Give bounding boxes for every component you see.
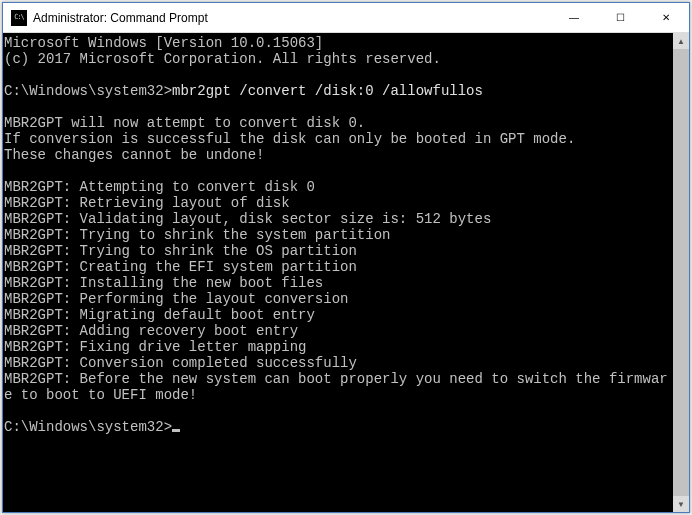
os-version-line: Microsoft Windows [Version 10.0.15063] (4, 35, 323, 51)
log-line: MBR2GPT: Migrating default boot entry (4, 307, 315, 323)
preamble-line: If conversion is successful the disk can… (4, 131, 575, 147)
prompt-1-path: C:\Windows\system32> (4, 83, 172, 99)
log-line: MBR2GPT: Validating layout, disk sector … (4, 211, 491, 227)
cursor (172, 429, 180, 432)
scroll-up-button[interactable]: ▲ (673, 33, 689, 49)
scrollbar-thumb[interactable] (673, 49, 689, 496)
log-line: MBR2GPT: Fixing drive letter mapping (4, 339, 306, 355)
maximize-button[interactable]: ☐ (597, 3, 643, 32)
cmd-icon-text: C:\ (14, 14, 24, 21)
preamble-line: These changes cannot be undone! (4, 147, 264, 163)
cmd-icon: C:\ (11, 10, 27, 26)
log-line: MBR2GPT: Performing the layout conversio… (4, 291, 348, 307)
log-line: MBR2GPT: Adding recovery boot entry (4, 323, 298, 339)
preamble-line: MBR2GPT will now attempt to convert disk… (4, 115, 365, 131)
command-prompt-window: C:\ Administrator: Command Prompt — ☐ ✕ … (2, 2, 690, 513)
log-line: MBR2GPT: Trying to shrink the system par… (4, 227, 390, 243)
log-line: MBR2GPT: Creating the EFI system partiti… (4, 259, 357, 275)
log-line: MBR2GPT: Trying to shrink the OS partiti… (4, 243, 357, 259)
close-button[interactable]: ✕ (643, 3, 689, 32)
vertical-scrollbar[interactable]: ▲ ▼ (673, 33, 689, 512)
log-line: MBR2GPT: Retrieving layout of disk (4, 195, 290, 211)
log-line: MBR2GPT: Conversion completed successful… (4, 355, 357, 371)
log-line: MBR2GPT: Attempting to convert disk 0 (4, 179, 315, 195)
copyright-line: (c) 2017 Microsoft Corporation. All righ… (4, 51, 441, 67)
prompt-2-path: C:\Windows\system32> (4, 419, 172, 435)
log-line: MBR2GPT: Installing the new boot files (4, 275, 323, 291)
prompt-1-command: mbr2gpt /convert /disk:0 /allowfullos (172, 83, 483, 99)
window-title: Administrator: Command Prompt (33, 11, 551, 25)
window-controls: — ☐ ✕ (551, 3, 689, 32)
terminal-area: Microsoft Windows [Version 10.0.15063] (… (3, 33, 689, 512)
log-line: MBR2GPT: Before the new system can boot … (4, 371, 668, 403)
titlebar[interactable]: C:\ Administrator: Command Prompt — ☐ ✕ (3, 3, 689, 33)
minimize-button[interactable]: — (551, 3, 597, 32)
terminal-output[interactable]: Microsoft Windows [Version 10.0.15063] (… (3, 33, 673, 512)
scrollbar-track[interactable] (673, 49, 689, 496)
scroll-down-button[interactable]: ▼ (673, 496, 689, 512)
